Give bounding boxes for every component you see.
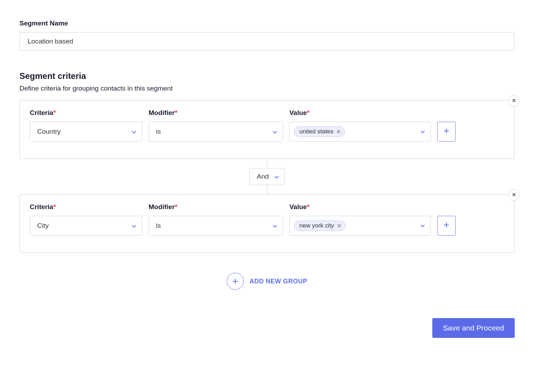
criteria-column-label: Criteria* — [30, 203, 142, 211]
close-icon — [512, 98, 516, 104]
modifier-select[interactable]: is — [149, 122, 283, 142]
criteria-select-value: Country — [37, 128, 61, 136]
chevron-down-icon — [131, 223, 137, 229]
value-input[interactable]: new york city — [289, 216, 431, 236]
remove-tag-button[interactable] — [336, 129, 341, 134]
criteria-select[interactable]: City — [30, 216, 142, 236]
connector-line — [267, 159, 267, 168]
chevron-down-icon — [272, 223, 278, 229]
plus-icon — [443, 127, 450, 136]
criteria-select[interactable]: Country — [30, 122, 142, 142]
modifier-select-value: is — [156, 222, 161, 230]
connector-select-value: And — [257, 173, 269, 180]
segment-name-input[interactable] — [19, 32, 515, 51]
value-tag: united states — [294, 126, 345, 137]
remove-group-button[interactable] — [508, 95, 520, 106]
value-tag-text: united states — [299, 128, 333, 135]
chevron-down-icon — [131, 129, 137, 134]
save-and-proceed-button[interactable]: Save and Proceed — [432, 318, 515, 338]
modifier-column-label: Modifier* — [149, 203, 283, 211]
chevron-down-icon — [420, 223, 426, 229]
close-icon — [512, 192, 516, 198]
connector-line — [267, 185, 267, 194]
modifier-column-label: Modifier* — [149, 109, 283, 117]
segment-name-label: Segment Name — [19, 19, 515, 27]
add-criteria-button[interactable] — [437, 216, 456, 236]
add-new-group-label: ADD NEW GROUP — [249, 278, 307, 285]
modifier-select[interactable]: is — [149, 216, 283, 236]
modifier-select-value: is — [156, 128, 161, 136]
segment-criteria-heading: Segment criteria — [19, 71, 515, 81]
value-column-label: Value* — [289, 109, 431, 117]
chevron-down-icon — [274, 174, 279, 179]
add-new-group-button[interactable]: ADD NEW GROUP — [19, 273, 515, 290]
chevron-down-icon — [272, 129, 278, 134]
plus-icon — [443, 221, 450, 230]
criteria-select-value: City — [37, 222, 49, 230]
group-connector: And — [19, 159, 515, 194]
remove-group-button[interactable] — [508, 189, 520, 201]
value-input[interactable]: united states — [289, 122, 431, 142]
value-column-label: Value* — [289, 203, 431, 211]
value-tag-text: new york city — [299, 222, 334, 229]
segment-criteria-description: Define criteria for grouping contacts in… — [19, 85, 515, 92]
remove-tag-button[interactable] — [337, 223, 342, 228]
criteria-column-label: Criteria* — [30, 109, 142, 117]
value-tag: new york city — [294, 220, 346, 231]
connector-select[interactable]: And — [249, 168, 285, 185]
chevron-down-icon — [420, 129, 426, 134]
criteria-group: Criteria* Country Modifier* is — [19, 100, 515, 159]
criteria-group: Criteria* City Modifier* is — [19, 194, 515, 253]
add-criteria-button[interactable] — [437, 122, 456, 142]
plus-circle-icon — [227, 273, 244, 290]
